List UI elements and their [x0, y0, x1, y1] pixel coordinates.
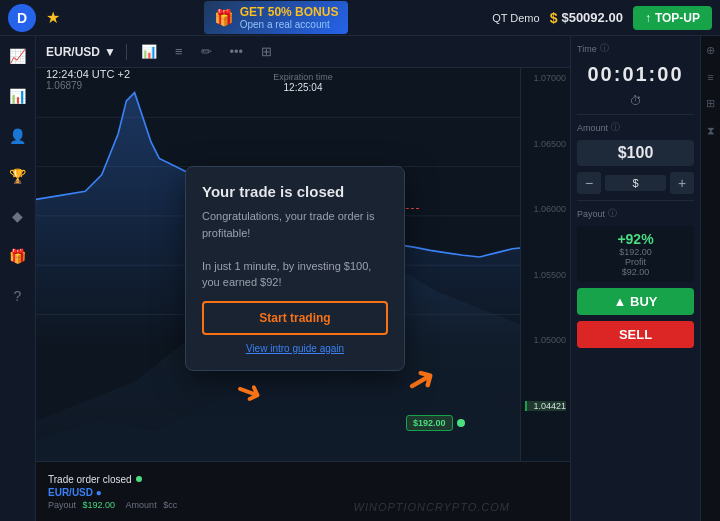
dot-green-status	[136, 476, 142, 482]
bottom-bar: Trade order closed EUR/USD ● Payout $192…	[36, 461, 570, 521]
amount-display: $100	[577, 140, 694, 166]
price-tag-buy: $192.00	[406, 415, 453, 431]
chart-toolbar: EUR/USD ▼ 📊 ≡ ✏ ••• ⊞	[36, 36, 570, 68]
timer-icon: ⏱	[577, 94, 694, 108]
balance-display: $ $50092.00	[550, 10, 623, 26]
price-marker-buy: $192.00	[406, 415, 465, 431]
toolbar-btn-pencil[interactable]: ✏	[197, 42, 216, 61]
time-info-icon: ⓘ	[600, 42, 609, 55]
amount-decrease-button[interactable]: −	[577, 172, 601, 194]
payout-info-icon: ⓘ	[608, 207, 617, 220]
modal-body: Congratulations, your trade order is pro…	[202, 208, 388, 291]
expiration-info: Expiration time 12:25:04	[273, 72, 333, 93]
chart-info: 12:24:04 UTC +2 1.06879	[46, 68, 130, 91]
price-tick-1: 1.07000	[525, 73, 566, 83]
far-right-icon-hourglass[interactable]: ⧗	[707, 124, 715, 137]
balance-icon: $	[550, 10, 558, 26]
account-info: QT Demo	[492, 12, 539, 24]
panel-divider-1	[577, 114, 694, 115]
chart-area: EUR/USD ▼ 📊 ≡ ✏ ••• ⊞ 12:24:04 UTC +2 1.…	[36, 36, 570, 521]
modal-popup: Your trade is closed Congratulations, yo…	[185, 166, 405, 371]
sidebar-icon-trophy[interactable]: 🏆	[6, 164, 30, 188]
pair-dropdown-icon: ▼	[104, 45, 116, 59]
price-axis: 1.07000 1.06500 1.06000 1.05500 1.05000 …	[520, 68, 570, 481]
payout-label: Payout ⓘ	[577, 207, 694, 220]
payout-amount: $192.00	[583, 247, 688, 257]
far-right-icon-3[interactable]: ⊞	[706, 97, 715, 110]
price-tick-current: 1.04421	[525, 401, 566, 411]
amount-label: Amount ⓘ	[577, 121, 694, 134]
account-name: QT Demo	[492, 12, 539, 24]
expiration-value: 12:25:04	[273, 82, 333, 93]
top-bar: D ★ 🎁 GET 50% BONUS Open a real account …	[0, 0, 720, 36]
sidebar-icon-question[interactable]: ?	[6, 284, 30, 308]
favorite-icon[interactable]: ★	[46, 8, 60, 27]
payout-section: +92% $192.00 Profit $92.00	[577, 226, 694, 282]
payout-percent: +92%	[583, 231, 688, 247]
profit-label: Profit	[583, 257, 688, 267]
toolbar-btn-bar-chart[interactable]: 📊	[137, 42, 161, 61]
toolbar-btn-lines[interactable]: ≡	[171, 42, 187, 61]
price-tick-2: 1.06500	[525, 139, 566, 149]
chart-price-high: 1.06879	[46, 80, 130, 91]
bonus-banner[interactable]: 🎁 GET 50% BONUS Open a real account	[204, 1, 349, 34]
logo[interactable]: D	[8, 4, 36, 32]
price-tick-3: 1.06000	[525, 204, 566, 214]
buy-button[interactable]: ▲ BUY	[577, 288, 694, 315]
profit-amount: $92.00	[583, 267, 688, 277]
pair-selector[interactable]: EUR/USD ▼	[46, 45, 116, 59]
top-bar-center: 🎁 GET 50% BONUS Open a real account	[204, 1, 349, 34]
expiration-label: Expiration time	[273, 72, 333, 82]
watermark: WINOPTIONCRYPTO.COM	[354, 501, 511, 513]
far-right-icon-2[interactable]: ≡	[707, 71, 713, 83]
start-trading-button[interactable]: Start trading	[202, 301, 388, 335]
toolbar-btn-more[interactable]: •••	[226, 42, 248, 61]
sidebar-icon-user[interactable]: 👤	[6, 124, 30, 148]
trade-closed-info: Trade order closed EUR/USD ● Payout $192…	[48, 474, 177, 510]
pair-name: EUR/USD	[46, 45, 100, 59]
balance-value: $50092.00	[561, 10, 622, 25]
dot-green-buy	[457, 419, 465, 427]
amount-info-icon: ⓘ	[611, 121, 620, 134]
far-right-icon-1[interactable]: ⊕	[706, 44, 715, 57]
topup-button[interactable]: ↑ TOP-UP	[633, 6, 712, 30]
modal-body-line1: Congratulations, your trade order is pro…	[202, 210, 374, 239]
far-right-panel: ⊕ ≡ ⊞ ⧗	[700, 36, 720, 521]
modal-body-line2: In just 1 minute, by investing $100, you…	[202, 260, 371, 289]
top-bar-right: QT Demo $ $50092.00 ↑ TOP-UP	[492, 6, 712, 30]
amount-controls: − $ +	[577, 172, 694, 194]
bonus-main-text: GET 50% BONUS	[240, 5, 339, 19]
modal-title: Your trade is closed	[202, 183, 388, 200]
left-sidebar: 📈 📊 👤 🏆 ◆ 🎁 ?	[0, 36, 36, 521]
right-panel: Time ⓘ 00:01:00 ⏱ Amount ⓘ $100 − $ + Pa…	[570, 36, 700, 521]
time-label: Time ⓘ	[577, 42, 694, 55]
currency-display: $	[605, 175, 666, 191]
chart-datetime: 12:24:04 UTC +2	[46, 68, 130, 80]
sidebar-icon-activity[interactable]: 📊	[6, 84, 30, 108]
sidebar-icon-gift[interactable]: 🎁	[6, 244, 30, 268]
sidebar-icon-chart[interactable]: 📈	[6, 44, 30, 68]
main-layout: 📈 📊 👤 🏆 ◆ 🎁 ? EUR/USD ▼ 📊 ≡ ✏ ••• ⊞ 12:2…	[0, 36, 720, 521]
price-tick-5: 1.05000	[525, 335, 566, 345]
trade-closed-title: Trade order closed	[48, 474, 177, 485]
sell-button[interactable]: SELL	[577, 321, 694, 348]
timer-display: 00:01:00	[577, 63, 694, 86]
toolbar-btn-grid[interactable]: ⊞	[257, 42, 276, 61]
trade-detail: Payout $192.00 Amount $cc	[48, 500, 177, 510]
sidebar-icon-diamond[interactable]: ◆	[6, 204, 30, 228]
bonus-sub-text: Open a real account	[240, 19, 339, 30]
top-bar-left: D ★	[8, 4, 60, 32]
trade-pair: EUR/USD ●	[48, 487, 177, 498]
trade-closed-label: Trade order closed	[48, 474, 132, 485]
intro-link[interactable]: View intro guide again	[202, 343, 388, 354]
amount-increase-button[interactable]: +	[670, 172, 694, 194]
toolbar-divider-1	[126, 44, 127, 60]
price-tick-4: 1.05500	[525, 270, 566, 280]
panel-divider-2	[577, 200, 694, 201]
bonus-icon: 🎁	[214, 8, 234, 27]
